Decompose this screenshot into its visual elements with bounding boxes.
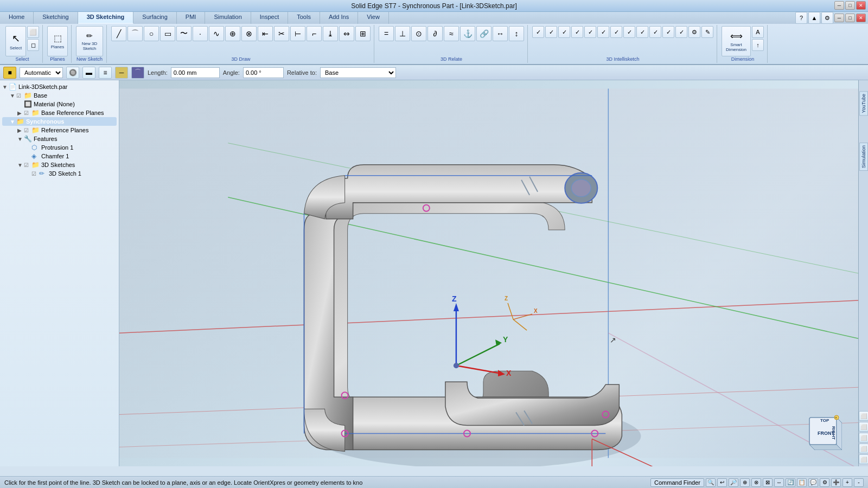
is-btn11[interactable]: ✓ (662, 26, 674, 38)
project-button[interactable]: ⊕ (225, 26, 240, 41)
point-button[interactable]: · (193, 26, 208, 41)
tab-pmi[interactable]: PMI (177, 12, 206, 24)
rp-btn1[interactable]: ⬜ (859, 411, 869, 421)
rectangle-button[interactable]: ▭ (160, 26, 175, 41)
relative-select[interactable]: Base (320, 67, 396, 78)
arc-button[interactable]: ⌒ (127, 26, 143, 41)
app-max-button[interactable]: □ (845, 14, 855, 22)
mirror-button[interactable]: ⇔ (339, 26, 354, 41)
dim-btn1[interactable]: A (752, 26, 764, 38)
viewport[interactable]: R50 Z Y X (119, 80, 858, 466)
tab-addins[interactable]: Add Ins (320, 12, 358, 24)
is-btn12[interactable]: ✓ (675, 26, 687, 38)
is-btn13[interactable]: ⚙ (688, 26, 700, 38)
sketch-color-button[interactable]: ■ (3, 67, 16, 79)
is-btn5[interactable]: ✓ (584, 26, 596, 38)
tree-item-3d-sketches[interactable]: ▼ ☑ 📁 3D Sketches (2, 160, 117, 169)
break-button[interactable]: ⤓ (323, 26, 338, 41)
status-btn9[interactable]: 📋 (797, 478, 807, 487)
planes-button[interactable]: ⬚ Planes (47, 26, 68, 56)
status-btn12[interactable]: ➕ (831, 478, 841, 487)
tree-item-features[interactable]: ▼ 🔧 Features (2, 134, 117, 143)
extend-button[interactable]: ⊢ (290, 26, 305, 41)
status-btn8[interactable]: 🔄 (786, 478, 795, 487)
ribbon-collapse-button[interactable]: ▲ (808, 12, 820, 24)
minimize-button[interactable]: ─ (834, 1, 844, 10)
options-button[interactable]: ⚙ (821, 12, 833, 24)
parallel-rel-button[interactable]: = (379, 26, 394, 41)
vertical-rel-button[interactable]: ↕ (509, 26, 524, 41)
zoom-out-btn[interactable]: - (854, 478, 864, 487)
tree-toggle-features[interactable]: ▼ (17, 136, 24, 142)
is-btn8[interactable]: ✓ (623, 26, 635, 38)
trim-button[interactable]: ✂ (274, 26, 289, 41)
tab-tools[interactable]: Tools (288, 12, 320, 24)
status-btn1[interactable]: 🔍 (706, 478, 716, 487)
circle-button[interactable]: ○ (144, 26, 159, 41)
smart-dimension-button[interactable]: ⟺ Smart Dimension (722, 26, 751, 56)
coord-cube[interactable]: FRONT RIGHT TOP + (804, 412, 842, 450)
tree-item-3d-sketch1[interactable]: ☑ ✏ 3D Sketch 1 (2, 169, 117, 178)
select-edge-button[interactable]: ◻ (27, 39, 39, 51)
select-face-button[interactable]: ⬜ (27, 26, 39, 38)
status-btn3[interactable]: 🔎 (729, 478, 738, 487)
tree-toggle-base[interactable]: ▼ (10, 93, 16, 99)
is-btn3[interactable]: ✓ (558, 26, 570, 38)
help-button[interactable]: ? (795, 12, 807, 24)
is-btn1[interactable]: ✓ (532, 26, 544, 38)
perpendicular-rel-button[interactable]: ⊥ (395, 26, 410, 41)
status-btn4[interactable]: ⊕ (740, 478, 750, 487)
tree-item-cham1[interactable]: ◈ Chamfer 1 (2, 152, 117, 160)
opt-btn1[interactable]: 🔘 (66, 67, 79, 79)
tree-item-base-ref[interactable]: ▶ ☑ 📁 Base Reference Planes (2, 108, 117, 117)
opt-btn4[interactable]: ─ (115, 67, 128, 79)
tree-item-root[interactable]: ▼ 📄 Link-3DSketch.par (2, 82, 117, 91)
status-btn5[interactable]: ⊗ (751, 478, 761, 487)
tree-toggle-base-ref[interactable]: ▶ (17, 110, 24, 116)
youtube-tab[interactable]: YouTube (859, 91, 868, 115)
tree-toggle-ref-planes[interactable]: ▶ (17, 127, 24, 133)
new-3d-sketch-button[interactable]: ✏ New 3D Sketch (76, 26, 103, 56)
fillet-button[interactable]: ⌐ (307, 26, 322, 41)
tree-toggle-3d-sketches[interactable]: ▼ (17, 162, 24, 168)
tab-inspect[interactable]: Inspect (251, 12, 288, 24)
line-button[interactable]: ╱ (111, 26, 126, 41)
tab-view[interactable]: View (358, 12, 389, 24)
dim-btn2[interactable]: ↑ (752, 39, 764, 51)
3d-curve-button[interactable]: ∿ (209, 26, 224, 41)
status-btn2[interactable]: ↩ (717, 478, 727, 487)
coincident-rel-button[interactable]: ⊙ (411, 26, 426, 41)
opt-btn3[interactable]: ≡ (99, 67, 112, 79)
rp-btn3[interactable]: ⬜ (859, 433, 869, 442)
tree-item-sync[interactable]: ▼ 📁 Synchronous (2, 117, 117, 126)
offset-button[interactable]: ⇤ (258, 26, 273, 41)
intersect-button[interactable]: ⊗ (241, 26, 257, 41)
is-btn6[interactable]: ✓ (597, 26, 609, 38)
is-btn14[interactable]: ✎ (701, 26, 713, 38)
is-btn4[interactable]: ✓ (571, 26, 583, 38)
opt-btn2[interactable]: ▬ (82, 67, 95, 79)
tree-item-prot1[interactable]: ⬡ Protrusion 1 (2, 143, 117, 152)
maximize-button[interactable]: □ (845, 1, 855, 10)
rp-btn4[interactable]: ⬜ (859, 444, 869, 453)
opt-btn5[interactable]: ⌒ (131, 67, 144, 79)
is-btn7[interactable]: ✓ (610, 26, 622, 38)
tab-sketching[interactable]: Sketching (34, 12, 78, 24)
tab-surfacing[interactable]: Surfacing (133, 12, 176, 24)
app-close-button[interactable]: ✕ (856, 14, 866, 22)
tree-toggle-root[interactable]: ▼ (2, 84, 9, 90)
tree-item-ref-planes[interactable]: ▶ ☑ 📁 Reference Planes (2, 126, 117, 134)
close-button[interactable]: ✕ (856, 1, 866, 10)
status-btn6[interactable]: ⊠ (763, 478, 773, 487)
angle-input[interactable] (243, 67, 284, 78)
tree-item-material[interactable]: 🔲 Material (None) (2, 100, 117, 108)
tree-item-base[interactable]: ▼ ☑ 📁 Base (2, 91, 117, 100)
app-min-button[interactable]: ─ (834, 14, 844, 22)
tab-home[interactable]: Home (0, 12, 34, 24)
mode-select[interactable]: Automatic (20, 67, 63, 78)
is-btn10[interactable]: ✓ (649, 26, 661, 38)
select-button[interactable]: ↖ Select (5, 26, 26, 56)
rp-btn2[interactable]: ⬜ (859, 422, 869, 432)
rp-btn5[interactable]: ⬜ (859, 454, 869, 464)
status-btn7[interactable]: ↔ (774, 478, 784, 487)
